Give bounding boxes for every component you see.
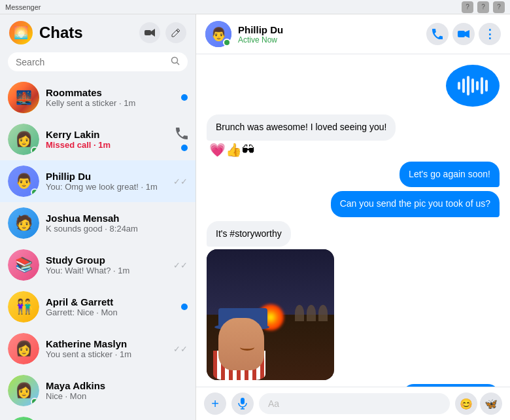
- emoji-button[interactable]: 😊: [455, 393, 477, 415]
- photo-bg-person-3: [318, 305, 328, 321]
- read-check-katherine: ✓✓: [173, 344, 188, 354]
- chat-item-joshua[interactable]: 🧑 Joshua Mensah K sounds good · 8:24am: [0, 202, 196, 244]
- search-input[interactable]: [16, 57, 167, 67]
- online-dot-kerry: [31, 147, 39, 154]
- main-layout: 🌅 Chats 🌉: [0, 14, 510, 420]
- chat-header-actions: ⋮: [426, 23, 501, 45]
- svg-rect-7: [241, 398, 245, 404]
- chat-name-kerry: Kerry Lakin: [46, 129, 169, 140]
- chat-item-phillip[interactable]: 👨 Phillip Du You: Omg we look great! · 1…: [0, 160, 196, 202]
- svg-rect-0: [144, 30, 151, 35]
- photo-person-face: [218, 318, 264, 370]
- unread-indicator-april: [181, 304, 188, 310]
- chat-item-karan[interactable]: 👥 Karan & Brian: [0, 411, 196, 420]
- svg-point-3: [172, 58, 178, 63]
- message-input-placeholder: Aa: [268, 398, 279, 409]
- svg-marker-1: [151, 29, 155, 37]
- search-icon: [171, 56, 180, 67]
- chat-header-info: Phillip Du Active Now: [238, 24, 420, 44]
- voice-call-button[interactable]: [426, 23, 449, 45]
- chat-info-kerry: Kerry Lakin Missed call · 1m: [46, 129, 169, 150]
- window-ctrl-3[interactable]: ?: [493, 1, 505, 13]
- svg-marker-6: [465, 30, 469, 38]
- chat-avatar-katherine: 👩: [8, 333, 39, 364]
- messages-area: Brunch was awesome! I loved seeing you! …: [196, 54, 510, 387]
- video-call-icon[interactable]: [139, 22, 160, 43]
- chat-info-joshua: Joshua Mensah K sounds good · 8:24am: [46, 213, 188, 234]
- chat-name-roommates: Roommates: [46, 87, 175, 98]
- chat-item-study[interactable]: 📚 Study Group You: Wait! What? · 1m ✓✓: [0, 244, 196, 286]
- window-controls: ? ? ?: [462, 1, 505, 13]
- add-button[interactable]: +: [204, 393, 226, 415]
- window-ctrl-2[interactable]: ?: [477, 1, 489, 13]
- chat-info-phillip: Phillip Du You: Omg we look great! · 1m: [46, 171, 167, 192]
- missed-call-text: Missed call: [46, 140, 91, 150]
- chat-info-katherine: Katherine Maslyn You sent a sticker · 1m: [46, 338, 167, 359]
- chat-header-online-dot: [223, 39, 231, 46]
- user-avatar[interactable]: 🌅: [9, 21, 33, 44]
- missed-call-phone-icon: [176, 128, 188, 142]
- chat-name-joshua: Joshua Mensah: [46, 213, 188, 224]
- chat-preview-phillip: You: Omg we look great! · 1m: [46, 182, 167, 192]
- photo-bg-person-2: [307, 305, 316, 321]
- msg-received-brunch: Brunch was awesome! I loved seeing you! …: [207, 114, 500, 158]
- unread-indicator-roommates: [181, 94, 188, 101]
- bubble-go: Let's go again soon!: [400, 162, 500, 188]
- chat-avatar-roommates: 🌉: [8, 82, 39, 113]
- video-call-button[interactable]: [452, 23, 475, 45]
- online-dot-phillip: [31, 188, 39, 196]
- chat-item-roommates[interactable]: 🌉 Roommates Kelly sent a sticker · 1m: [0, 77, 196, 118]
- msg-sent-pic: Can you send the pic you took of us?: [207, 191, 500, 217]
- chat-name-phillip: Phillip Du: [46, 171, 167, 182]
- msg-sent-omg: Omg we look great! ↓: [207, 384, 500, 387]
- butterfly-button[interactable]: 🦋: [480, 393, 502, 415]
- search-bar: [8, 52, 188, 71]
- photo-bg-people: [295, 305, 328, 321]
- window-ctrl-1[interactable]: ?: [462, 1, 473, 13]
- chat-meta-phillip: ✓✓: [173, 177, 188, 186]
- chat-header-status: Active Now: [238, 35, 420, 44]
- svg-rect-5: [458, 31, 465, 37]
- photo-smile: [240, 344, 254, 351]
- chat-preview-kerry: Missed call · 1m: [46, 140, 169, 150]
- chat-avatar-april: 👫: [8, 291, 39, 323]
- mic-button[interactable]: [231, 393, 254, 415]
- chat-header-avatar: 👨: [205, 21, 231, 47]
- chat-name-study: Study Group: [46, 254, 167, 266]
- compose-icon[interactable]: [165, 22, 186, 43]
- photo-bg-person-1: [295, 305, 304, 321]
- top-bar: Messenger ? ? ?: [0, 0, 510, 14]
- campfire-photo[interactable]: [207, 249, 334, 380]
- message-input[interactable]: Aa: [259, 393, 450, 414]
- msg-received-storyworthy: It's #storyworthy: [207, 221, 500, 381]
- chat-preview-katherine: You sent a sticker · 1m: [46, 349, 167, 359]
- sidebar: 🌅 Chats 🌉: [0, 14, 196, 420]
- chat-item-kerry[interactable]: 👩 Kerry Lakin Missed call · 1m: [0, 118, 196, 160]
- chat-avatar-joshua: 🧑: [8, 207, 39, 239]
- chat-info-maya: Maya Adkins Nice · Mon: [46, 380, 188, 401]
- chat-item-april[interactable]: 👫 April & Garrett Garrett: Nice · Mon: [0, 286, 196, 328]
- bubble-pic: Can you send the pic you took of us?: [331, 191, 500, 217]
- chat-avatar-maya: 👩: [8, 375, 39, 406]
- chat-header: 👨 Phillip Du Active Now ⋮: [196, 14, 510, 54]
- emoji-reaction: 💗👍🕶: [209, 142, 255, 158]
- chat-header-name: Phillip Du: [238, 24, 420, 35]
- chat-meta-april: [181, 304, 188, 310]
- chat-meta-katherine: ✓✓: [173, 344, 188, 354]
- chat-name-maya: Maya Adkins: [46, 380, 188, 391]
- chat-preview-roommates: Kelly sent a sticker · 1m: [46, 98, 175, 108]
- bubble-omg: Omg we look great!: [402, 384, 500, 387]
- voice-wave: [458, 76, 488, 96]
- more-options-button[interactable]: ⋮: [479, 23, 501, 45]
- bubble-brunch: Brunch was awesome! I loved seeing you!: [207, 114, 396, 141]
- chat-preview-joshua: K sounds good · 8:24am: [46, 224, 188, 234]
- chat-item-katherine[interactable]: 👩 Katherine Maslyn You sent a sticker · …: [0, 328, 196, 370]
- input-right-actions: 😊 🦋: [455, 393, 502, 415]
- unread-indicator-kerry: [181, 145, 188, 151]
- chat-item-maya[interactable]: 👩 Maya Adkins Nice · Mon: [0, 370, 196, 411]
- voice-call-indicator: [446, 65, 500, 107]
- online-dot-maya: [31, 398, 39, 406]
- sidebar-header-icons: [139, 22, 186, 43]
- chat-preview-study: You: Wait! What? · 1m: [46, 266, 167, 275]
- missed-call-time: · 1m: [94, 140, 110, 150]
